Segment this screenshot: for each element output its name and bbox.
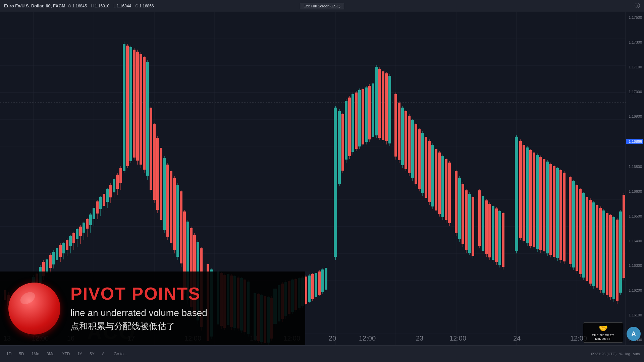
- svg-rect-362: [612, 217, 615, 299]
- svg-rect-296: [488, 204, 491, 257]
- timeframe-ytd[interactable]: YTD: [59, 350, 72, 358]
- open-label: O 1.16845: [68, 4, 87, 8]
- svg-rect-120: [166, 165, 169, 237]
- svg-rect-58: [62, 243, 65, 253]
- svg-rect-248: [401, 108, 404, 165]
- svg-rect-240: [385, 73, 388, 141]
- symbol-info: Euro Fx/U.S. Dollar, 60, FXCM O 1.16845 …: [4, 3, 154, 8]
- svg-rect-326: [549, 164, 552, 255]
- svg-text:23: 23: [416, 335, 423, 342]
- symbol-name: Euro Fx/U.S. Dollar, 60, FXCM: [4, 3, 65, 8]
- low-value: 1.16844: [117, 4, 131, 8]
- svg-rect-338: [572, 181, 575, 267]
- svg-rect-210: [334, 108, 337, 257]
- info-icon: ⓘ: [635, 2, 640, 9]
- overlay-banner: PIVOT POINTS line an underrated volume b…: [0, 272, 305, 345]
- svg-rect-350: [592, 202, 595, 286]
- svg-rect-358: [606, 213, 608, 295]
- svg-rect-300: [495, 208, 498, 262]
- svg-rect-70: [83, 223, 85, 233]
- svg-rect-356: [602, 210, 605, 293]
- svg-rect-266: [431, 145, 434, 206]
- close-label-text: C: [135, 4, 138, 8]
- svg-rect-74: [89, 215, 92, 225]
- svg-text:24: 24: [513, 335, 521, 342]
- timeframe-all[interactable]: All: [100, 350, 109, 358]
- svg-rect-348: [589, 200, 592, 284]
- svg-rect-354: [599, 208, 602, 290]
- svg-rect-94: [123, 44, 125, 171]
- svg-rect-202: [315, 273, 317, 297]
- svg-rect-282: [462, 184, 464, 244]
- svg-rect-288: [472, 197, 474, 256]
- svg-rect-294: [485, 200, 488, 254]
- svg-rect-264: [428, 141, 431, 202]
- timeframe-1mo[interactable]: 1Mo: [29, 350, 42, 358]
- svg-rect-302: [498, 211, 501, 265]
- svg-rect-48: [46, 259, 48, 273]
- svg-rect-270: [438, 153, 441, 214]
- close-value: 1.16866: [139, 4, 154, 8]
- svg-rect-220: [352, 94, 354, 152]
- svg-rect-252: [408, 116, 411, 173]
- tsm-logo-text: THE SECRETMINDSET: [592, 334, 614, 341]
- svg-rect-62: [69, 236, 72, 246]
- svg-rect-112: [153, 124, 156, 200]
- timeframe-5y[interactable]: 5Y: [87, 350, 97, 358]
- svg-rect-128: [180, 191, 182, 263]
- current-price-label: 1.16866: [626, 139, 643, 144]
- svg-rect-116: [160, 148, 162, 220]
- timeframe-5d[interactable]: 5D: [16, 350, 26, 358]
- svg-text:12:00: 12:00: [359, 335, 376, 342]
- svg-rect-256: [415, 124, 417, 184]
- ohlc-values: O 1.16845 H 1.16910 L 1.16844 C 1.16866: [68, 4, 154, 8]
- overlay-text-block: PIVOT POINTS line an underrated volume b…: [60, 278, 305, 339]
- svg-rect-330: [556, 168, 559, 258]
- svg-rect-292: [482, 196, 484, 251]
- svg-rect-364: [616, 220, 619, 301]
- svg-rect-274: [445, 159, 447, 220]
- svg-rect-324: [546, 162, 549, 253]
- timeframe-1y[interactable]: 1Y: [75, 350, 85, 358]
- svg-rect-90: [116, 175, 119, 189]
- svg-rect-254: [411, 120, 414, 178]
- svg-rect-250: [405, 111, 407, 169]
- datetime-label: 09:31:26 (UTC): [591, 352, 616, 356]
- svg-rect-82: [103, 194, 105, 206]
- price-tick: 1.16500: [626, 214, 644, 218]
- svg-rect-64: [72, 233, 75, 243]
- timeframe-3mo[interactable]: 3Mo: [44, 350, 57, 358]
- price-tick: 1.16600: [626, 189, 644, 193]
- svg-rect-368: [623, 195, 625, 278]
- pivot-title: PIVOT POINTS: [70, 285, 295, 302]
- close-label: C 1.16866: [135, 4, 154, 8]
- svg-rect-96: [126, 46, 129, 166]
- svg-rect-114: [156, 138, 159, 210]
- svg-rect-272: [441, 156, 444, 217]
- svg-rect-260: [421, 133, 424, 193]
- svg-rect-320: [539, 157, 542, 250]
- svg-rect-314: [529, 150, 532, 246]
- svg-rect-360: [609, 215, 612, 297]
- goto-button[interactable]: Go to...: [111, 350, 129, 358]
- svg-rect-306: [515, 137, 518, 251]
- svg-rect-216: [345, 101, 347, 160]
- high-label-text: H: [91, 4, 94, 8]
- exit-fullscreen-button[interactable]: Exit Full Screen (ESC): [300, 3, 344, 9]
- svg-rect-366: [619, 212, 622, 293]
- svg-rect-328: [553, 166, 555, 257]
- svg-rect-124: [173, 178, 176, 250]
- price-tick: 1.17000: [626, 90, 644, 94]
- price-tick: 1.17500: [626, 15, 644, 19]
- svg-rect-214: [341, 114, 344, 171]
- svg-rect-262: [425, 137, 427, 198]
- svg-rect-286: [468, 194, 471, 253]
- svg-rect-126: [176, 185, 179, 257]
- svg-rect-200: [311, 274, 314, 299]
- svg-rect-226: [362, 89, 364, 144]
- svg-rect-222: [355, 93, 358, 149]
- svg-rect-332: [559, 170, 562, 260]
- timeframe-1d[interactable]: 1D: [4, 350, 14, 358]
- svg-rect-228: [365, 87, 368, 142]
- svg-rect-304: [502, 213, 504, 267]
